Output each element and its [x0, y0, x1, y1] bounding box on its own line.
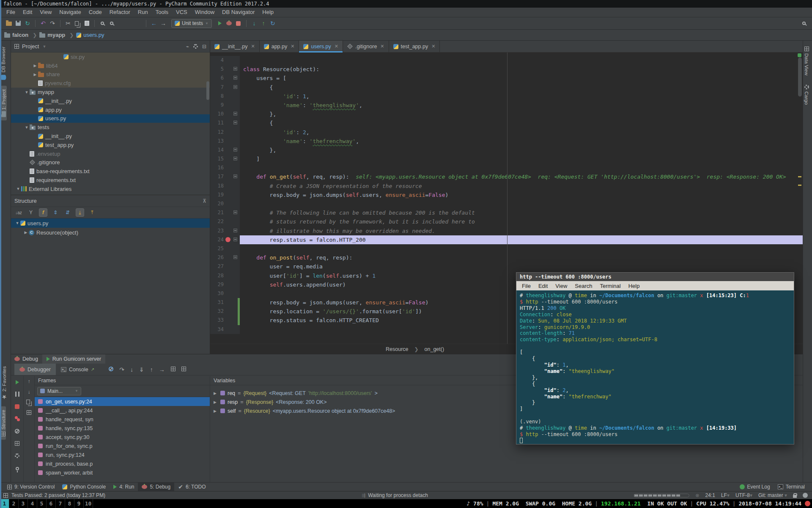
fold-marker-icon[interactable] [233, 255, 237, 259]
workspace-10[interactable]: 10 [84, 499, 93, 508]
expand-icon[interactable]: ▶ [214, 409, 218, 413]
replace-button[interactable] [107, 19, 116, 28]
tree-item-requirements-txt[interactable]: requirements.txt [11, 176, 210, 185]
autoscroll-to-source-button[interactable]: ⤓ [76, 208, 84, 217]
frame--call-[interactable]: __call__, api.py:244 [35, 406, 210, 415]
fold-marker-icon[interactable] [233, 121, 237, 124]
tab--gitignore[interactable]: .gitignore✕ [343, 41, 389, 52]
copy-stack-button[interactable] [26, 400, 32, 406]
hector-icon[interactable] [803, 493, 808, 498]
paste-button[interactable] [82, 19, 91, 28]
synchronize-button[interactable]: ↻ [23, 19, 32, 28]
debug-tab-console[interactable]: >_Console↗ [56, 364, 99, 375]
menu-code[interactable]: Code [85, 8, 106, 17]
tab-close-icon[interactable]: ✕ [291, 44, 294, 49]
menu-view[interactable]: View [36, 8, 55, 17]
vcs-commit-button[interactable]: ↑ [259, 19, 268, 28]
terminal-menu-view[interactable]: View [551, 283, 571, 289]
force-step-into-button[interactable]: ⇓ [139, 366, 144, 373]
stripe-db-browser[interactable]: DB Browser [1, 43, 6, 83]
menu-help[interactable]: Help [258, 8, 277, 17]
tree-arrow-icon[interactable]: ▶ [32, 72, 38, 77]
terminal-window[interactable]: http --timeout 600 :8000/users FileEditV… [516, 272, 794, 444]
back-button[interactable]: ← [149, 19, 159, 28]
sort-alpha-button[interactable]: ↓az [14, 208, 23, 217]
debug-button[interactable] [225, 19, 234, 28]
next-frame-button[interactable]: ↓ [28, 389, 30, 395]
workspace-1[interactable]: 1 [0, 499, 9, 508]
fold-marker-icon[interactable] [233, 229, 237, 232]
workspace-6[interactable]: 6 [47, 499, 56, 508]
stop-process-icon[interactable]: ⊗ [695, 493, 699, 498]
expand-all-button[interactable]: ⇕ [51, 208, 60, 217]
run-button[interactable] [215, 19, 225, 28]
debug-session-tab[interactable]: Run Gunicorn server [42, 354, 105, 364]
fold-marker-icon[interactable] [233, 67, 237, 71]
tab-close-icon[interactable]: ✕ [431, 44, 435, 49]
tab-close-icon[interactable]: ✕ [335, 44, 338, 49]
inspection-status-icon[interactable] [798, 53, 801, 57]
stop-button[interactable] [234, 19, 243, 28]
tree-item-external-libraries[interactable]: ▼External Libraries [11, 185, 210, 193]
menu-tools[interactable]: Tools [152, 8, 172, 17]
collapse-all-button[interactable]: ⇵ [63, 208, 72, 217]
tree-item--init-py[interactable]: __init__.py [11, 97, 210, 105]
view-as-grid-button[interactable] [181, 366, 186, 373]
tree-item-base-requirements-txt[interactable]: base-requirements.txt [11, 167, 210, 176]
fold-marker-icon[interactable] [233, 237, 237, 241]
stripe-structure[interactable]: Structure [1, 406, 6, 440]
step-into-button[interactable]: ↓ [130, 366, 133, 373]
vcs-changes-button[interactable]: ↻ [268, 19, 277, 28]
tree-item-tests[interactable]: ▼tests [11, 123, 210, 132]
tree-item-test-app-py[interactable]: test_app.py [11, 141, 210, 149]
toolwindow-button-5-debug[interactable]: 5: Debug [138, 483, 174, 491]
tree-item-share[interactable]: ▶share [11, 70, 210, 79]
terminal-menu-edit[interactable]: Edit [535, 283, 551, 289]
tab-close-icon[interactable]: ✕ [380, 44, 384, 49]
project-settings-icon[interactable] [193, 44, 198, 49]
tree-item-pyvenv-cfg[interactable]: pyvenv.cfg [11, 79, 210, 88]
editor-breadcrumb-item[interactable]: Resource [386, 346, 409, 352]
git-branch-selector[interactable]: Git: master ▾ [758, 492, 787, 498]
show-fields-button[interactable]: f [39, 208, 47, 217]
stripe-data-view[interactable]: Data View [804, 43, 809, 79]
tree-item-six-py[interactable]: six.py [11, 52, 210, 61]
restore-layout-button[interactable] [15, 440, 19, 447]
tree-item--init-py[interactable]: __init__.py [11, 132, 210, 141]
tab-close-icon[interactable]: ✕ [251, 44, 255, 49]
line-separator-selector[interactable]: LF▾ [721, 492, 730, 498]
run-configuration-combo[interactable]: Unit tests▼ [171, 19, 212, 28]
tree-arrow-icon[interactable]: ▶ [32, 64, 38, 68]
search-everywhere-button[interactable] [799, 19, 809, 28]
fold-marker-icon[interactable] [233, 112, 237, 116]
menu-window[interactable]: Window [191, 8, 218, 17]
editor-scrollbar[interactable] [798, 58, 802, 97]
tree-item-app-py[interactable]: app.py [11, 105, 210, 114]
terminal-menu-file[interactable]: File [518, 283, 535, 289]
frame-init-process[interactable]: init_process, base.p [35, 459, 210, 468]
debug-tab-debugger[interactable]: Debugger [14, 364, 56, 375]
stripe-2-favorites[interactable]: ★2: Favorites [1, 363, 8, 404]
terminal-menu-terminal[interactable]: Terminal [596, 283, 625, 289]
frame-accept[interactable]: accept, sync.py:30 [35, 433, 210, 442]
undo-button[interactable]: ↶ [38, 19, 48, 28]
prev-frame-button[interactable]: ↑ [28, 378, 30, 384]
pin-button[interactable] [16, 464, 19, 472]
fold-marker-icon[interactable] [233, 174, 237, 178]
error-stripe-mark[interactable] [798, 176, 801, 177]
frame-run-for-one[interactable]: run_for_one, sync.p [35, 442, 210, 450]
lock-icon[interactable] [793, 495, 797, 498]
tab-app-py[interactable]: app.py✕ [260, 41, 299, 52]
find-button[interactable] [98, 19, 107, 28]
terminal-title[interactable]: http --timeout 600 :8000/users [516, 273, 794, 281]
tree-arrow-icon[interactable]: ▼ [24, 125, 30, 130]
structure-expand-icon[interactable]: ⊼ [203, 198, 206, 204]
sort-visibility-button[interactable]: Y [27, 208, 35, 217]
project-vertical-scrollbar[interactable] [206, 81, 209, 100]
view-breakpoints-button[interactable] [15, 415, 20, 423]
menu-navigate[interactable]: Navigate [55, 8, 85, 17]
workspace-9[interactable]: 9 [74, 499, 84, 508]
toolwindow-button-9-version-control[interactable]: 9: Version Control [3, 483, 58, 491]
toolwindow-button-4-run[interactable]: 4: Run [110, 483, 138, 491]
tab-test-app-py[interactable]: test_app.py✕ [389, 41, 440, 52]
